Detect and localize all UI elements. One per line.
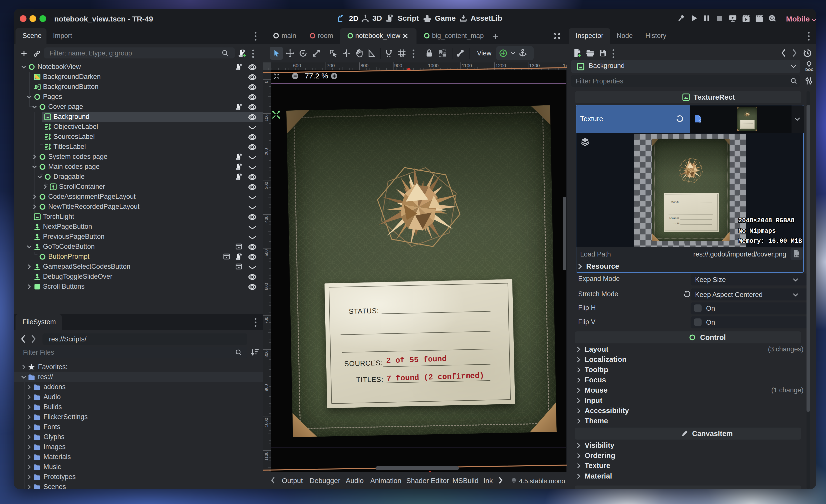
svg-text:DOC: DOC bbox=[805, 68, 814, 72]
